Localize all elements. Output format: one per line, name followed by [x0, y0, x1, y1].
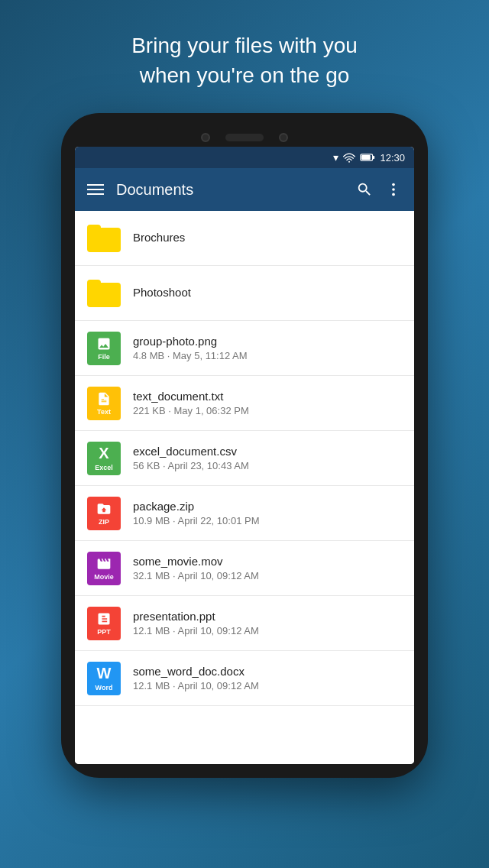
list-item[interactable]: X Excel excel_document.csv 56 KB · April… — [75, 431, 414, 486]
file-info: Brochures — [133, 231, 402, 246]
file-meta: 4.8 MB · May 5, 11:12 AM — [133, 350, 402, 361]
file-info: package.zip 10.9 MB · April 22, 10:01 PM — [133, 500, 402, 526]
phone-camera — [201, 133, 210, 142]
file-type-icon: ZIP — [87, 497, 121, 530]
list-item[interactable]: PPT presentation.ppt 12.1 MB · April 10,… — [75, 596, 414, 651]
search-icon[interactable] — [356, 181, 373, 198]
phone-camera-2 — [279, 133, 288, 142]
file-info: some_word_doc.docx 12.1 MB · April 10, 0… — [133, 665, 402, 691]
file-name: Brochures — [133, 231, 402, 244]
file-type-icon: Text — [87, 387, 121, 420]
list-item[interactable]: Photoshoot — [75, 266, 414, 321]
file-name: text_document.txt — [133, 390, 402, 403]
list-item[interactable]: W Word some_word_doc.docx 12.1 MB · Apri… — [75, 651, 414, 706]
svg-point-5 — [392, 189, 395, 192]
file-info: excel_document.csv 56 KB · April 23, 10:… — [133, 445, 402, 471]
folder-icon — [87, 225, 121, 252]
svg-point-0 — [348, 161, 350, 163]
svg-rect-2 — [362, 155, 371, 160]
file-name: excel_document.csv — [133, 445, 402, 458]
more-options-icon[interactable] — [385, 181, 402, 198]
file-type-icon: Movie — [87, 552, 121, 585]
file-meta: 32.1 MB · April 10, 09:12 AM — [133, 570, 402, 581]
phone-top-bar — [75, 127, 414, 147]
wifi-icon-svg — [343, 153, 355, 163]
folder-icon — [87, 280, 121, 307]
file-info: presentation.ppt 12.1 MB · April 10, 09:… — [133, 610, 402, 636]
file-type-icon: W Word — [87, 662, 121, 695]
file-name: presentation.ppt — [133, 610, 402, 623]
file-info: text_document.txt 221 KB · May 1, 06:32 … — [133, 390, 402, 416]
file-type-icon: File — [87, 332, 121, 365]
file-meta: 12.1 MB · April 10, 09:12 AM — [133, 625, 402, 636]
menu-icon[interactable] — [87, 184, 104, 195]
file-meta: 12.1 MB · April 10, 09:12 AM — [133, 680, 402, 691]
svg-rect-3 — [373, 156, 375, 159]
tagline: Bring your files with you when you're on… — [86, 0, 403, 113]
list-item[interactable]: File group-photo.png 4.8 MB · May 5, 11:… — [75, 321, 414, 376]
file-name: some_word_doc.docx — [133, 665, 402, 678]
phone-frame: ▾ 12:30 Documents — [61, 113, 428, 778]
wifi-icon: ▾ — [333, 151, 338, 164]
file-name: group-photo.png — [133, 335, 402, 348]
list-item[interactable]: Brochures — [75, 211, 414, 266]
phone-speaker — [225, 134, 264, 141]
svg-point-6 — [392, 193, 395, 196]
list-item[interactable]: Movie some_movie.mov 32.1 MB · April 10,… — [75, 541, 414, 596]
file-info: some_movie.mov 32.1 MB · April 10, 09:12… — [133, 555, 402, 581]
list-item[interactable]: Text text_document.txt 221 KB · May 1, 0… — [75, 376, 414, 431]
phone-screen: ▾ 12:30 Documents — [75, 147, 414, 764]
battery-icon — [360, 153, 375, 162]
file-meta: 56 KB · April 23, 10:43 AM — [133, 460, 402, 471]
file-name: Photoshoot — [133, 286, 402, 299]
file-name: some_movie.mov — [133, 555, 402, 568]
file-list: Brochures Photoshoot File — [75, 211, 414, 764]
app-bar-title: Documents — [116, 181, 344, 199]
file-name: package.zip — [133, 500, 402, 513]
svg-point-4 — [392, 183, 395, 186]
status-time: 12:30 — [380, 152, 405, 164]
app-bar: Documents — [75, 168, 414, 211]
file-type-icon: PPT — [87, 607, 121, 640]
list-item[interactable]: ZIP package.zip 10.9 MB · April 22, 10:0… — [75, 486, 414, 541]
status-bar: ▾ 12:30 — [75, 147, 414, 168]
file-type-icon: X Excel — [87, 442, 121, 475]
file-meta: 221 KB · May 1, 06:32 PM — [133, 405, 402, 416]
file-meta: 10.9 MB · April 22, 10:01 PM — [133, 515, 402, 526]
file-info: Photoshoot — [133, 286, 402, 301]
file-info: group-photo.png 4.8 MB · May 5, 11:12 AM — [133, 335, 402, 361]
